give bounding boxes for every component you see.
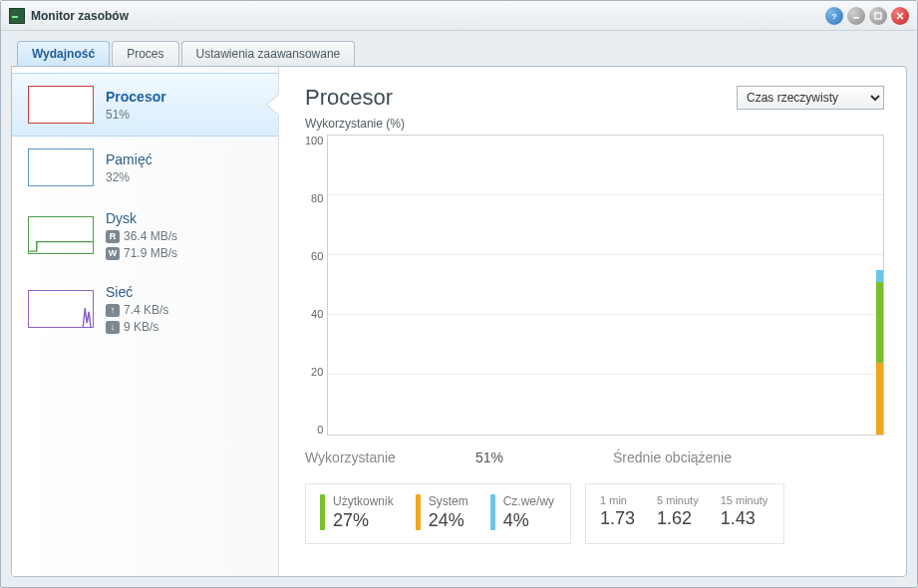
- legend-user-value: 27%: [333, 510, 394, 531]
- load-1min-value: 1.73: [600, 508, 635, 529]
- disk-thumb: [28, 216, 94, 254]
- close-icon: [895, 11, 905, 21]
- y-axis: 100806040200: [305, 135, 323, 436]
- memory-meta: Pamięć 32%: [106, 151, 153, 184]
- disk-read-badge: R: [106, 230, 120, 243]
- y-tick: 80: [311, 192, 323, 204]
- load-15min-label: 15 minuty: [721, 494, 768, 506]
- y-tick: 20: [311, 366, 323, 378]
- cpu-title: Procesor: [106, 89, 166, 105]
- y-tick: 60: [311, 250, 323, 262]
- legend-system: System 24%: [416, 494, 468, 531]
- sidebar-item-disk[interactable]: Dysk R 36.4 MB/s W 71.9 MB/s: [12, 198, 278, 272]
- legend-io-color: [490, 494, 495, 530]
- maximize-icon: [873, 11, 883, 21]
- minimize-icon: [851, 11, 861, 21]
- network-up-value: 7.4 KB/s: [124, 303, 168, 317]
- app-icon: [9, 8, 25, 24]
- window-title: Monitor zasobów: [31, 9, 819, 23]
- disk-write-badge: W: [106, 247, 120, 260]
- network-title: Sieć: [106, 284, 168, 300]
- maximize-button[interactable]: [869, 7, 887, 25]
- load-5min-label: 5 minuty: [657, 494, 699, 506]
- network-up-row: ↑ 7.4 KB/s: [106, 303, 168, 317]
- minimize-button[interactable]: [847, 7, 865, 25]
- sidebar: Procesor 51% Pamięć 32%: [12, 67, 279, 576]
- legend-io-value: 4%: [503, 510, 554, 531]
- upload-badge-icon: ↑: [106, 304, 120, 317]
- svg-text:?: ?: [832, 12, 837, 21]
- tab-advanced-settings[interactable]: Ustawienia zaawansowane: [181, 41, 356, 66]
- titlebar-buttons: ?: [825, 7, 909, 25]
- disk-spark-icon: [29, 217, 93, 253]
- help-icon: ?: [829, 11, 839, 21]
- disk-read-row: R 36.4 MB/s: [106, 229, 177, 243]
- disk-title: Dysk: [106, 210, 177, 226]
- legend-user-label: Użytkownik: [333, 494, 394, 508]
- legend-io-label: Cz.we/wy: [503, 494, 554, 508]
- legend-user-color: [320, 494, 325, 530]
- memory-title: Pamięć: [106, 151, 153, 167]
- load-group: 1 min 1.73 5 minuty 1.62 15 minuty 1.43: [585, 483, 784, 544]
- svg-rect-1: [853, 17, 859, 19]
- usage-section-title: Wykorzystanie: [305, 449, 396, 465]
- y-tick: 0: [317, 424, 323, 436]
- panel: Procesor 51% Pamięć 32%: [11, 66, 907, 577]
- page-title: Procesor: [305, 85, 393, 111]
- network-spark-icon: [29, 291, 93, 327]
- legend-system-value: 24%: [429, 510, 468, 531]
- load-15min-value: 1.43: [721, 508, 768, 529]
- cpu-thumb: [28, 86, 94, 124]
- disk-read-value: 36.4 MB/s: [124, 229, 177, 243]
- window: Monitor zasobów ? Wydajność Proces Ustaw…: [0, 0, 918, 588]
- main-header: Procesor Czas rzeczywisty: [305, 85, 884, 111]
- tab-performance[interactable]: Wydajność: [17, 41, 110, 66]
- memory-thumb: [28, 148, 94, 186]
- legend-system-color: [416, 494, 421, 530]
- network-down-row: ↓ 9 KB/s: [106, 320, 168, 334]
- main: Procesor Czas rzeczywisty Wykorzystanie …: [279, 67, 906, 576]
- disk-write-row: W 71.9 MB/s: [106, 246, 177, 260]
- close-button[interactable]: [891, 7, 909, 25]
- tab-process[interactable]: Proces: [112, 41, 178, 66]
- usage-total: 51%: [475, 449, 503, 465]
- y-tick: 40: [311, 308, 323, 320]
- cpu-value: 51%: [106, 108, 166, 122]
- chart-y-label: Wykorzystanie (%): [305, 117, 884, 131]
- tabstrip: Wydajność Proces Ustawienia zaawansowane: [11, 41, 907, 66]
- usage-header: Wykorzystanie 51% Średnie obciążenie: [305, 449, 884, 465]
- load-section-title: Średnie obciążenie: [613, 449, 732, 465]
- sidebar-item-network[interactable]: Sieć ↑ 7.4 KB/s ↓ 9 KB/s: [12, 272, 278, 346]
- disk-write-value: 71.9 MB/s: [124, 246, 177, 260]
- legend-row: Użytkownik 27% System 24%: [305, 483, 884, 544]
- usage-legend-group: Użytkownik 27% System 24%: [305, 483, 571, 544]
- disk-meta: Dysk R 36.4 MB/s W 71.9 MB/s: [106, 210, 177, 260]
- memory-value: 32%: [106, 170, 153, 184]
- load-1min: 1 min 1.73: [600, 494, 635, 531]
- sidebar-item-memory[interactable]: Pamięć 32%: [12, 137, 278, 198]
- network-meta: Sieć ↑ 7.4 KB/s ↓ 9 KB/s: [106, 284, 168, 334]
- svg-rect-2: [875, 13, 881, 19]
- sidebar-item-cpu[interactable]: Procesor 51%: [12, 73, 278, 137]
- legend-user: Użytkownik 27%: [320, 494, 394, 531]
- network-thumb: [28, 290, 94, 328]
- load-5min-value: 1.62: [657, 508, 699, 529]
- help-button[interactable]: ?: [825, 7, 843, 25]
- legend-io: Cz.we/wy 4%: [490, 494, 554, 531]
- utilization-chart: [327, 135, 884, 436]
- chart-wrap: 100806040200: [305, 135, 884, 436]
- load-5min: 5 minuty 1.62: [657, 494, 699, 531]
- legend-system-label: System: [429, 494, 468, 508]
- load-15min: 15 minuty 1.43: [721, 494, 768, 531]
- content: Wydajność Proces Ustawienia zaawansowane…: [1, 31, 917, 587]
- time-range-select[interactable]: Czas rzeczywisty: [737, 86, 884, 110]
- cpu-meta: Procesor 51%: [106, 89, 166, 122]
- network-down-value: 9 KB/s: [124, 320, 158, 334]
- load-1min-label: 1 min: [600, 494, 635, 506]
- titlebar: Monitor zasobów ?: [1, 1, 917, 31]
- download-badge-icon: ↓: [106, 321, 120, 334]
- y-tick: 100: [305, 135, 323, 147]
